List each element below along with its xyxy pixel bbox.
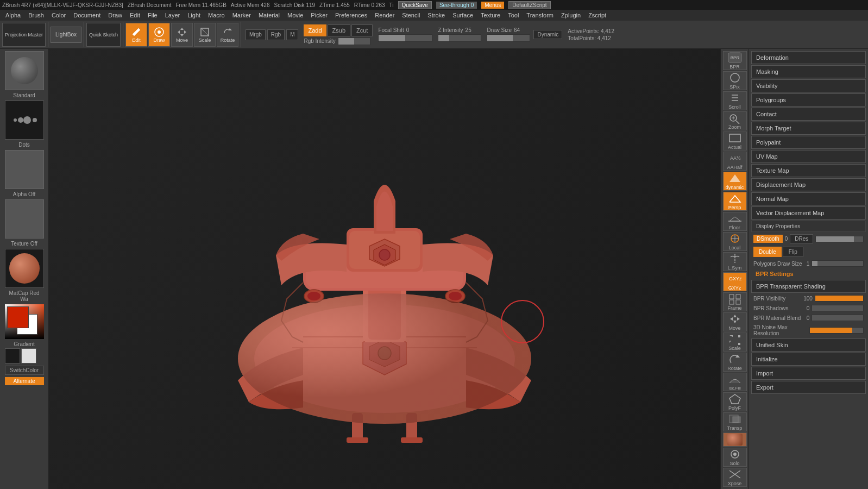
- normal-map-button[interactable]: Normal Map: [751, 192, 866, 205]
- polygroups-button[interactable]: Polygroups: [751, 93, 866, 106]
- texture-preview[interactable]: [5, 199, 44, 239]
- menu-file[interactable]: File: [144, 11, 161, 20]
- vector-displacement-map-button[interactable]: Vector Displacement Map: [751, 206, 866, 220]
- lightbox-button[interactable]: LightBox: [51, 27, 81, 43]
- lsym-button[interactable]: L.Sym: [723, 252, 747, 271]
- menu-preferences[interactable]: Preferences: [332, 11, 370, 20]
- quicksave-button[interactable]: QuickSave: [398, 1, 432, 9]
- bpr-material-blend-slider[interactable]: [812, 315, 864, 321]
- switchcolor-button[interactable]: SwitchColor: [5, 366, 44, 375]
- gxyz-button[interactable]: GXYz GXYz: [723, 272, 747, 291]
- menu-edit[interactable]: Edit: [127, 11, 143, 20]
- matcap-preview[interactable]: [5, 249, 44, 288]
- menu-layer[interactable]: Layer: [162, 11, 184, 20]
- rotate-button[interactable]: Rotate: [217, 23, 238, 47]
- masking-button[interactable]: Masking: [751, 65, 866, 78]
- menu-surface[interactable]: Surface: [449, 11, 476, 20]
- scale-view-button[interactable]: Scale: [723, 333, 747, 352]
- swatch-light[interactable]: [21, 348, 36, 363]
- bpr-button[interactable]: BPR BPR: [723, 51, 747, 70]
- frame-button[interactable]: Frame: [723, 292, 747, 311]
- dynamic-view-button[interactable]: dynamic: [723, 172, 747, 191]
- menu-movie[interactable]: Movie: [284, 11, 306, 20]
- import-button[interactable]: Import: [751, 367, 866, 380]
- menu-draw[interactable]: Draw: [105, 11, 125, 20]
- default-script-button[interactable]: DefaultZScript: [508, 1, 550, 9]
- noise-max-res-slider[interactable]: [809, 327, 864, 334]
- alpha-preview[interactable]: [5, 150, 44, 189]
- rgb-button[interactable]: Rgb: [267, 29, 285, 40]
- bpr-shadows-slider[interactable]: [812, 305, 864, 311]
- local-button[interactable]: Local: [723, 232, 747, 251]
- rgb-intensity-slider[interactable]: [338, 37, 370, 45]
- menu-marker[interactable]: Marker: [229, 11, 254, 20]
- rotate-view-button[interactable]: Rotate: [723, 353, 747, 372]
- texture-map-button[interactable]: Texture Map: [751, 164, 866, 177]
- menu-stencil[interactable]: Stencil: [399, 11, 423, 20]
- draw-button[interactable]: Draw: [148, 23, 170, 47]
- matcap-btn-right[interactable]: [723, 432, 747, 447]
- menu-stroke[interactable]: Stroke: [424, 11, 448, 20]
- xpose-button[interactable]: Xpose: [723, 468, 747, 487]
- dres-toggle[interactable]: DRes: [790, 234, 813, 243]
- dres-slider[interactable]: [815, 236, 864, 242]
- polyf-button[interactable]: PolyF: [723, 392, 747, 411]
- menu-transform[interactable]: Transform: [523, 11, 557, 20]
- transp-button[interactable]: Transp: [723, 412, 747, 431]
- swatch-dark[interactable]: [5, 348, 20, 363]
- scale-button[interactable]: Scale: [194, 23, 216, 47]
- menu-material[interactable]: Material: [255, 11, 283, 20]
- actual-button[interactable]: Actual: [723, 131, 747, 151]
- mrgb-button[interactable]: Mrgb: [246, 29, 266, 40]
- menu-brush[interactable]: Brush: [25, 11, 47, 20]
- menu-picker[interactable]: Picker: [307, 11, 331, 20]
- persp-button[interactable]: Persp: [723, 192, 747, 211]
- scroll-button[interactable]: Scroll: [723, 91, 747, 110]
- deformation-button[interactable]: Deformation: [751, 51, 866, 64]
- double-button[interactable]: Double: [753, 247, 782, 257]
- edit-button[interactable]: Edit: [125, 23, 147, 47]
- menu-zscript[interactable]: Zscript: [585, 11, 609, 20]
- solo-button[interactable]: Solo: [723, 448, 747, 467]
- contact-button[interactable]: Contact: [751, 108, 866, 121]
- bpr-transparent-shading-button[interactable]: BPR Transparent Shading: [751, 280, 866, 293]
- menu-color[interactable]: Color: [48, 11, 69, 20]
- spix-button[interactable]: SPix: [723, 71, 747, 90]
- aahalf-button[interactable]: AA½ AAHalf: [723, 152, 747, 171]
- zadd-button[interactable]: Zadd: [304, 24, 326, 36]
- menu-macro[interactable]: Macro: [205, 11, 228, 20]
- menu-light[interactable]: Light: [184, 11, 204, 20]
- menu-tool[interactable]: Tool: [505, 11, 522, 20]
- dots-preview[interactable]: [5, 101, 44, 140]
- morph-target-button[interactable]: Morph Target: [751, 122, 866, 135]
- export-button[interactable]: Export: [751, 381, 866, 394]
- focal-shift-slider[interactable]: [378, 34, 432, 42]
- zoom-button[interactable]: Zoom: [723, 111, 747, 130]
- isurf-button[interactable]: Isc.Fill: [723, 373, 747, 391]
- alternate-button[interactable]: Alternate: [5, 377, 44, 385]
- menu-texture[interactable]: Texture: [477, 11, 504, 20]
- move-button[interactable]: Move: [171, 23, 193, 47]
- floor-button[interactable]: Floor: [723, 212, 747, 231]
- draw-size-slider[interactable]: [487, 34, 530, 42]
- menu-alpha[interactable]: Alpha: [2, 11, 24, 20]
- menu-render[interactable]: Render: [372, 11, 398, 20]
- z-intensity-slider[interactable]: [438, 34, 481, 42]
- brush-preview[interactable]: [5, 51, 44, 90]
- foreground-color[interactable]: [7, 306, 29, 328]
- flip-button[interactable]: Flip: [783, 247, 803, 257]
- seethrough-button[interactable]: See-through 0: [436, 2, 477, 9]
- zcut-button[interactable]: Zcut: [351, 24, 373, 36]
- dsmooth-toggle[interactable]: DSmooth: [753, 235, 783, 243]
- canvas-area[interactable]: [49, 49, 720, 489]
- uv-map-button[interactable]: UV Map: [751, 150, 866, 163]
- unified-skin-button[interactable]: Unified Skin: [751, 338, 866, 352]
- menus-button[interactable]: Menus: [481, 2, 504, 9]
- m-button[interactable]: M: [286, 29, 298, 40]
- initialize-button[interactable]: Initialize: [751, 353, 866, 366]
- menu-document[interactable]: Document: [70, 11, 104, 20]
- quick-sketch-button[interactable]: Quick Sketch: [86, 23, 121, 47]
- visibility-button[interactable]: Visibility: [751, 79, 866, 92]
- bpr-visibility-slider[interactable]: [815, 295, 864, 302]
- projection-master-button[interactable]: Projection Master: [2, 23, 46, 47]
